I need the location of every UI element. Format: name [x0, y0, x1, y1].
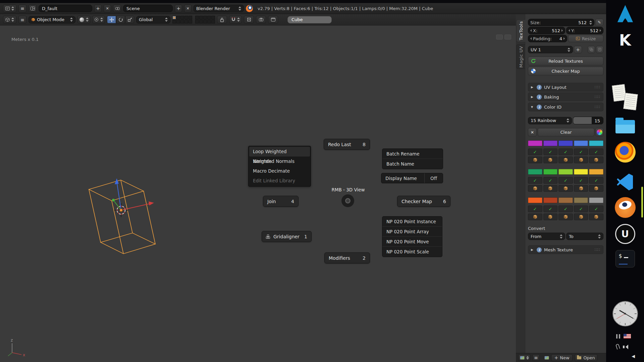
color-id-select-faces-button[interactable] [543, 157, 558, 163]
color-id-swatch[interactable] [574, 197, 588, 203]
collapse-menus-button[interactable]: ≡ [532, 354, 540, 361]
taskbar-arch-linux-icon[interactable] [615, 4, 635, 23]
manipulator-rotate-toggle[interactable] [116, 16, 125, 23]
color-id-swatch[interactable] [543, 140, 558, 146]
convert-to-dropdown[interactable]: To [566, 233, 603, 240]
manipulator-translate-toggle[interactable] [107, 16, 116, 23]
tab-textools[interactable]: TexTools [516, 19, 525, 42]
screen-layout-name-field[interactable]: D_fault [39, 5, 92, 12]
menu-item-np-point-array[interactable]: NP 020 Point Array [382, 227, 442, 237]
menu-item-batch-rename[interactable]: Batch Rename [382, 149, 443, 159]
layer-toggle[interactable] [203, 16, 207, 19]
color-id-assign-button[interactable]: ✓ [589, 205, 603, 212]
layer-toggle[interactable] [199, 16, 203, 19]
collapse-menus-button[interactable]: ≡ [18, 16, 26, 23]
color-id-select-faces-button[interactable] [589, 157, 603, 163]
size-x-stepper[interactable]: X: 512 [528, 27, 565, 34]
layer-toggle[interactable] [172, 20, 176, 23]
manipulator-scale-toggle[interactable] [125, 16, 134, 23]
taskbar-unreal-icon[interactable]: U [615, 224, 635, 244]
color-id-swatch[interactable] [589, 169, 603, 175]
layer-toggle[interactable] [199, 20, 203, 23]
uv-paste-button[interactable] [596, 46, 603, 53]
color-id-assign-button[interactable]: ✓ [528, 177, 542, 184]
clear-colors-button[interactable]: Clear [538, 128, 594, 136]
menu-item-macro-decimate[interactable]: Macro Decimate [249, 166, 311, 176]
color-id-swatch[interactable] [589, 140, 603, 146]
add-uv-channel-button[interactable]: + [574, 46, 582, 53]
layer-toggle[interactable] [176, 20, 180, 23]
color-id-swatch[interactable] [574, 169, 588, 175]
new-image-button[interactable]: + New [551, 354, 573, 361]
color-id-select-faces-button[interactable] [528, 185, 542, 192]
layer-toggle[interactable] [180, 20, 184, 23]
color-id-assign-button[interactable]: ✓ [543, 148, 558, 155]
editor-type-select-image[interactable] [518, 354, 530, 361]
taskbar-kde-icon[interactable]: K [619, 31, 631, 49]
layer-toggle[interactable] [211, 20, 215, 23]
layer-toggle[interactable] [172, 16, 176, 19]
uv-copy-button[interactable] [588, 46, 595, 53]
color-id-assign-button[interactable]: ✓ [558, 148, 573, 155]
viewport-3d[interactable]: Meters x 0.1 [0, 25, 516, 362]
section-uv-layout[interactable]: ▶ i UV Layout ∷∷ [528, 83, 603, 92]
color-id-select-faces-button[interactable] [574, 214, 588, 220]
section-color-id[interactable]: ▼ i Color ID ∷∷ [528, 103, 603, 111]
color-id-select-faces-button[interactable] [574, 157, 588, 163]
snap-dropdown[interactable] [229, 16, 242, 23]
pivot-point-dropdown[interactable] [92, 16, 105, 23]
lock-to-scene-toggle[interactable] [217, 16, 227, 23]
join-button[interactable]: Join 4 [263, 196, 299, 207]
render-opengl-button[interactable] [256, 16, 266, 23]
pause-icon[interactable] [616, 334, 620, 339]
add-scene-button[interactable]: + [175, 5, 182, 12]
color-preset-dropdown[interactable]: 15 Rainbow [528, 117, 572, 124]
color-id-swatch[interactable] [543, 169, 558, 175]
taskbar-folder-icon[interactable] [615, 120, 635, 133]
color-id-assign-button[interactable]: ✓ [543, 177, 558, 184]
menu-item-np-point-move[interactable]: NP 020 Point Move [382, 237, 442, 247]
color-id-swatch[interactable] [558, 169, 573, 175]
clear-selection-button[interactable]: ✕ [528, 128, 537, 136]
add-screen-layout-button[interactable]: + [94, 5, 102, 12]
layer-toggle[interactable] [211, 16, 215, 19]
layer-toggle[interactable] [184, 20, 188, 23]
convert-from-dropdown[interactable]: From [528, 233, 565, 240]
color-id-swatch[interactable] [543, 197, 558, 203]
scene-name-field[interactable]: Scene [123, 5, 173, 12]
color-id-assign-button[interactable]: ✓ [528, 148, 542, 155]
menu-item-np-point-instance[interactable]: NP 020 Point Instance [382, 217, 442, 227]
color-id-swatch[interactable] [528, 169, 542, 175]
color-picker-button[interactable] [595, 128, 603, 136]
menu-item-batch-name[interactable]: Batch Name [382, 159, 443, 169]
color-id-assign-button[interactable]: ✓ [574, 148, 588, 155]
size-y-stepper[interactable]: Y: 512 [566, 27, 603, 34]
section-baking[interactable]: ▶ i Baking ∷∷ [528, 93, 603, 101]
delete-screen-layout-button[interactable]: ✕ [104, 5, 111, 12]
layer-toggle[interactable] [207, 16, 211, 19]
snap-element-button[interactable] [244, 16, 254, 23]
color-id-swatch[interactable] [589, 197, 603, 203]
color-id-select-faces-button[interactable] [574, 185, 588, 192]
edit-size-button[interactable]: ✎ [595, 19, 603, 26]
color-id-assign-button[interactable]: ✓ [558, 205, 573, 212]
color-id-swatch[interactable] [574, 140, 588, 146]
browse-screen-layout-button[interactable] [29, 5, 37, 12]
section-mesh-texture[interactable]: ▶ i Mesh Texture ∷∷ [528, 245, 603, 254]
transform-manipulator[interactable] [112, 178, 154, 212]
color-id-swatch[interactable] [558, 140, 573, 146]
color-id-select-faces-button[interactable] [558, 157, 573, 163]
layer-toggle[interactable] [195, 16, 199, 19]
speaker-muted-icon[interactable] [623, 345, 628, 349]
taskbar-collapse-arrow[interactable]: ◀ [632, 354, 635, 359]
layer-toggle[interactable] [203, 20, 207, 23]
menu-item-np-point-scale[interactable]: NP 020 Point Scale [382, 247, 442, 257]
taskbar-firefox-icon[interactable] [615, 142, 636, 163]
keyboard-layout-flag-icon[interactable] [624, 334, 631, 339]
active-object-name-field[interactable]: Cube [287, 16, 332, 23]
size-stepper[interactable]: Size: 512 [528, 19, 594, 26]
viewport-shading-dropdown[interactable] [77, 16, 90, 23]
layer-toggle[interactable] [180, 16, 184, 19]
editor-type-select-info[interactable] [3, 5, 16, 12]
tab-magic-uv[interactable]: Magic UV [516, 44, 525, 69]
